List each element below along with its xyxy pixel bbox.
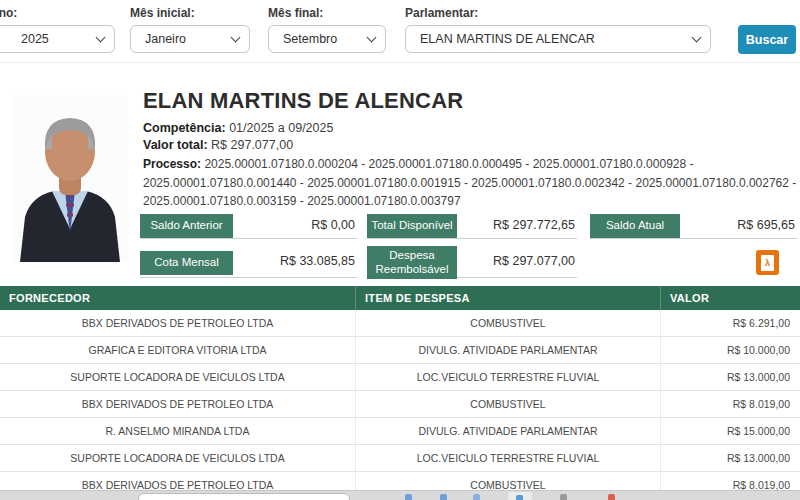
cell-valor: R$ 13.000,00	[660, 364, 800, 390]
taskbar-app-icon[interactable]	[405, 494, 412, 500]
summary-total-disponivel: Total Disponível R$ 297.772,65	[367, 214, 577, 239]
expenses-table: FORNECEDOR ITEM DE DESPESA VALOR BBX DER…	[0, 286, 800, 499]
competencia-label: Competência:	[143, 121, 226, 135]
month-start-label: Mês inicial:	[130, 6, 250, 20]
summary-value: R$ 297.772,65	[457, 218, 577, 235]
year-select-value: 2025	[0, 32, 49, 46]
filter-bar: Ano: 2025 Mês inicial: Janeiro Mês final…	[0, 0, 800, 63]
parliamentarian-value: ELAN MARTINS DE ALENCAR	[420, 32, 595, 46]
summary-value: R$ 297.077,00	[457, 254, 577, 271]
table-row[interactable]: GRAFICA E EDITORA VITORIA LTDA DIVULG. A…	[0, 337, 800, 364]
competencia-line: Competência: 01/2025 a 09/2025	[143, 121, 333, 135]
summary-label-badge: Saldo Anterior	[140, 214, 233, 238]
taskbar-search-input[interactable]	[138, 493, 350, 500]
month-start-select[interactable]: Janeiro	[130, 25, 250, 53]
parliamentarian-label: Parlamentar:	[405, 6, 711, 20]
cell-valor: R$ 13.000,00	[660, 445, 800, 471]
table-row[interactable]: SUPORTE LOCADORA DE VEICULOS LTDA LOC.VE…	[0, 445, 800, 472]
os-taskbar	[0, 490, 800, 500]
chevron-down-icon	[367, 33, 377, 43]
cell-item-despesa: DIVULG. ATIVIDADE PARLAMENTAR	[355, 418, 660, 444]
summary-value: R$ 33.085,85	[233, 254, 357, 271]
cell-valor: R$ 10.000,00	[660, 337, 800, 363]
cell-fornecedor: BBX DERIVADOS DE PETROLEO LTDA	[0, 391, 355, 417]
table-row[interactable]: R. ANSELMO MIRANDA LTDA DIVULG. ATIVIDAD…	[0, 418, 800, 445]
year-select[interactable]: 2025	[0, 25, 115, 53]
taskbar-active-app[interactable]	[508, 492, 532, 500]
parliamentarian-name: ELAN MARTINS DE ALENCAR	[143, 88, 463, 114]
cell-item-despesa: COMBUSTIVEL	[355, 310, 660, 336]
summary-label-badge: Cota Mensal	[140, 251, 233, 275]
page: Ano: 2025 Mês inicial: Janeiro Mês final…	[0, 0, 800, 500]
search-button[interactable]: Buscar	[738, 25, 796, 54]
summary-value: R$ 0,00	[233, 218, 357, 235]
table-row[interactable]: SUPORTE LOCADORA DE VEICULOS LTDA LOC.VE…	[0, 364, 800, 391]
table-row[interactable]: BBX DERIVADOS DE PETROLEO LTDA COMBUSTIV…	[0, 391, 800, 418]
column-header-valor: VALOR	[660, 286, 800, 310]
cell-fornecedor: R. ANSELMO MIRANDA LTDA	[0, 418, 355, 444]
cell-fornecedor: SUPORTE LOCADORA DE VEICULOS LTDA	[0, 364, 355, 390]
parliamentarian-filter-group: Parlamentar: ELAN MARTINS DE ALENCAR	[405, 6, 711, 53]
processo-line: Processo: 2025.00001.07180.0.000204 - 20…	[143, 155, 798, 211]
table-header-row: FORNECEDOR ITEM DE DESPESA VALOR	[0, 286, 800, 310]
month-start-filter-group: Mês inicial: Janeiro	[130, 6, 250, 53]
portrait-illustration	[12, 95, 128, 262]
month-start-value: Janeiro	[145, 32, 186, 46]
valor-total-line: Valor total: R$ 297.077,00	[143, 138, 293, 152]
parliamentarian-photo	[12, 95, 128, 262]
taskbar-app-icon[interactable]	[560, 494, 567, 500]
summary-label-badge: Despesa Reembolsável	[367, 246, 457, 280]
chevron-down-icon	[96, 33, 106, 43]
column-header-fornecedor: FORNECEDOR	[0, 286, 355, 310]
column-header-item-de-despesa: ITEM DE DESPESA	[355, 286, 660, 310]
month-end-value: Setembro	[283, 32, 337, 46]
parliamentarian-select[interactable]: ELAN MARTINS DE ALENCAR	[405, 25, 711, 53]
cell-fornecedor: GRAFICA E EDITORA VITORIA LTDA	[0, 337, 355, 363]
cell-item-despesa: LOC.VEICULO TERRESTRE FLUVIAL	[355, 364, 660, 390]
summary-value: R$ 695,65	[680, 218, 797, 235]
chevron-down-icon	[692, 33, 702, 43]
taskbar-app-icon[interactable]	[473, 494, 480, 500]
month-end-label: Mês final:	[268, 6, 386, 20]
valor-total-value: R$ 297.077,00	[211, 138, 293, 152]
year-label: Ano:	[0, 6, 115, 20]
cell-item-despesa: DIVULG. ATIVIDADE PARLAMENTAR	[355, 337, 660, 363]
taskbar-app-icon	[516, 495, 523, 500]
table-row[interactable]: BBX DERIVADOS DE PETROLEO LTDA COMBUSTIV…	[0, 310, 800, 337]
summary-saldo-anterior: Saldo Anterior R$ 0,00	[140, 214, 357, 239]
taskbar-app-icon[interactable]	[440, 494, 447, 500]
month-end-select[interactable]: Setembro	[268, 25, 386, 53]
competencia-value: 01/2025 a 09/2025	[229, 121, 333, 135]
cell-valor: R$ 15.000,00	[660, 418, 800, 444]
processo-value: 2025.00001.07180.0.000204 - 2025.00001.0…	[143, 157, 796, 208]
chevron-down-icon	[231, 33, 241, 43]
summary-label-badge: Saldo Atual	[590, 214, 680, 238]
summary-cota-mensal: Cota Mensal R$ 33.085,85	[140, 248, 357, 278]
cell-fornecedor: SUPORTE LOCADORA DE VEICULOS LTDA	[0, 445, 355, 471]
cell-item-despesa: LOC.VEICULO TERRESTRE FLUVIAL	[355, 445, 660, 471]
year-filter-group: Ano: 2025	[0, 6, 115, 53]
taskbar-app-icon[interactable]	[608, 494, 615, 500]
cell-item-despesa: COMBUSTIVEL	[355, 391, 660, 417]
summary-label-badge: Total Disponível	[367, 214, 457, 238]
pdf-file-icon[interactable]: λ	[756, 250, 779, 275]
cell-fornecedor: BBX DERIVADOS DE PETROLEO LTDA	[0, 310, 355, 336]
summary-saldo-atual: Saldo Atual R$ 695,65	[590, 214, 797, 239]
cell-valor: R$ 8.019,00	[660, 391, 800, 417]
processo-label: Processo:	[143, 157, 201, 171]
valor-total-label: Valor total:	[143, 138, 208, 152]
summary-despesa-reembolsavel: Despesa Reembolsável R$ 297.077,00	[367, 248, 577, 278]
month-end-filter-group: Mês final: Setembro	[268, 6, 386, 53]
cell-valor: R$ 6.291,00	[660, 310, 800, 336]
